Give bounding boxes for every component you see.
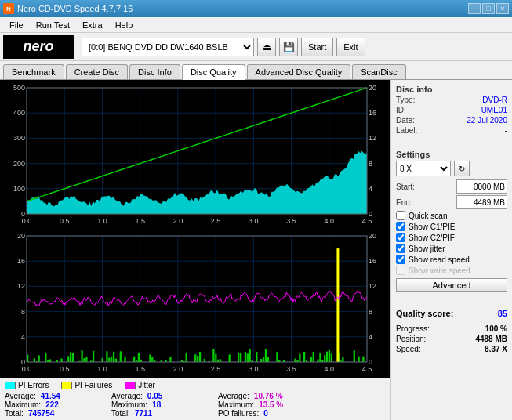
show-c2-pif-label: Show C2/PIF	[409, 234, 455, 242]
pif-total-value: 7711	[135, 409, 152, 418]
progress-value: 100 %	[485, 324, 507, 333]
pi-errors-label: PI Errors	[18, 381, 49, 389]
pi-failures-color	[61, 382, 72, 389]
position-label: Position:	[396, 335, 426, 343]
po-failures-value: 0	[263, 409, 268, 418]
quick-scan-checkbox[interactable]	[396, 211, 405, 220]
jitter-avg-label: Average:	[218, 392, 249, 400]
advanced-button[interactable]: Advanced	[396, 278, 507, 292]
top-chart	[2, 83, 389, 230]
legend-area: PI Errors PI Failures Jitter Average: 41…	[0, 378, 390, 420]
label-label: Label:	[396, 126, 417, 135]
menu-help[interactable]: Help	[109, 19, 140, 31]
jitter-label: Jitter	[138, 381, 155, 389]
type-label: Type:	[396, 96, 415, 104]
settings-title: Settings	[396, 150, 507, 159]
maximize-button[interactable]: □	[482, 3, 495, 14]
eject-button[interactable]: ⏏	[257, 38, 276, 56]
pi-failures-stats: Average: 0.05 Maximum: 18 Total: 7711	[111, 392, 205, 418]
exit-button[interactable]: Exit	[336, 38, 365, 56]
divider-1	[396, 143, 507, 143]
disc-info-section: Disc info Type: DVD-R ID: UME01 Date: 22…	[396, 85, 507, 136]
minimize-button[interactable]: −	[468, 3, 481, 14]
show-c1-pie-checkbox[interactable]	[396, 222, 405, 231]
id-value: UME01	[481, 106, 507, 114]
jitter-color	[125, 382, 136, 389]
divider-2	[396, 299, 507, 299]
pif-max-value: 18	[152, 400, 161, 409]
menu-run-test[interactable]: Run Test	[30, 19, 76, 31]
app-icon: N	[3, 3, 14, 14]
save-button[interactable]: 💾	[279, 38, 298, 56]
title-bar: N Nero CD-DVD Speed 4.7.7.16 − □ ×	[0, 0, 512, 17]
speed-label: Speed:	[396, 345, 421, 353]
pi-avg-value: 41.54	[41, 392, 60, 400]
progress-label: Progress:	[396, 324, 430, 333]
pi-total-value: 745754	[28, 409, 54, 418]
type-value: DVD-R	[482, 96, 507, 104]
end-label: End:	[396, 198, 412, 207]
pi-failures-legend: PI Failures	[61, 381, 112, 389]
menu-extra[interactable]: Extra	[76, 19, 109, 31]
show-read-speed-label: Show read speed	[409, 255, 470, 264]
menu-file[interactable]: File	[3, 19, 30, 31]
date-label: Date:	[396, 116, 415, 125]
show-jitter-label: Show jitter	[409, 244, 445, 253]
tab-bar: Benchmark Create Disc Disc Info Disc Qua…	[0, 61, 512, 80]
pi-errors-color	[5, 382, 16, 389]
quality-score-value: 85	[498, 309, 507, 318]
po-failures-label: PO failures:	[218, 409, 259, 418]
start-label: Start:	[396, 183, 415, 191]
menu-bar: File Run Test Extra Help	[0, 17, 512, 33]
refresh-button[interactable]: ↻	[454, 161, 470, 176]
right-panel: Disc info Type: DVD-R ID: UME01 Date: 22…	[390, 80, 512, 420]
bottom-chart	[2, 231, 389, 378]
speed-value: 8.37 X	[485, 345, 507, 353]
tab-benchmark[interactable]: Benchmark	[3, 64, 64, 79]
speed-selector[interactable]: 8 X	[396, 161, 451, 176]
disc-info-title: Disc info	[396, 85, 507, 94]
jitter-max-value: 13.5 %	[259, 400, 283, 409]
end-input[interactable]	[456, 195, 507, 209]
quality-score-label: Quality score:	[396, 309, 453, 318]
date-value: 22 Jul 2020	[467, 116, 507, 125]
show-write-speed-label: Show write speed	[409, 266, 470, 275]
id-label: ID:	[396, 106, 406, 114]
tab-disc-quality[interactable]: Disc Quality	[182, 64, 245, 80]
show-jitter-checkbox[interactable]	[396, 244, 405, 253]
pi-avg-label: Average:	[5, 392, 36, 400]
main-content: PI Errors PI Failures Jitter Average: 41…	[0, 80, 512, 420]
start-input[interactable]	[456, 179, 507, 194]
show-c2-pif-checkbox[interactable]	[396, 233, 405, 242]
pif-max-label: Maximum:	[111, 400, 147, 409]
label-value: -	[505, 126, 507, 135]
show-write-speed-checkbox[interactable]	[396, 266, 405, 275]
pif-avg-label: Average:	[111, 392, 143, 400]
tab-scandisc[interactable]: ScanDisc	[352, 64, 405, 79]
drive-selector[interactable]: [0:0] BENQ DVD DD DW1640 BSLB	[82, 38, 254, 56]
pi-max-label: Maximum:	[5, 400, 41, 409]
window-title: Nero CD-DVD Speed 4.7.7.16	[17, 4, 133, 13]
show-read-speed-checkbox[interactable]	[396, 255, 405, 264]
jitter-stats: Average: 10.76 % Maximum: 13.5 % PO fail…	[218, 392, 312, 418]
pif-total-label: Total:	[111, 409, 130, 418]
settings-section: Settings 8 X ↻ Start: End: Quick scan	[396, 150, 507, 292]
position-value: 4488 MB	[475, 335, 507, 343]
pi-errors-stats: Average: 41.54 Maximum: 222 Total: 74575…	[5, 392, 99, 418]
pi-total-label: Total:	[5, 409, 24, 418]
jitter-avg-value: 10.76 %	[254, 392, 283, 400]
tab-advanced-disc-quality[interactable]: Advanced Disc Quality	[247, 64, 351, 79]
close-button[interactable]: ×	[496, 3, 509, 14]
start-button[interactable]: Start	[301, 38, 333, 56]
pi-failures-label: PI Failures	[74, 381, 112, 389]
tab-disc-info[interactable]: Disc Info	[129, 64, 180, 79]
toolbar: nero [0:0] BENQ DVD DD DW1640 BSLB ⏏ 💾 S…	[0, 33, 512, 61]
pi-max-value: 222	[45, 400, 59, 409]
quality-score-row: Quality score: 85	[396, 309, 507, 318]
show-c1-pie-label: Show C1/PIE	[409, 223, 455, 231]
tab-create-disc[interactable]: Create Disc	[66, 64, 128, 79]
quick-scan-label: Quick scan	[409, 212, 447, 220]
progress-section: Progress: 100 % Position: 4488 MB Speed:…	[396, 324, 507, 355]
jitter-legend: Jitter	[125, 381, 155, 389]
pif-avg-value: 0.05	[147, 392, 162, 400]
